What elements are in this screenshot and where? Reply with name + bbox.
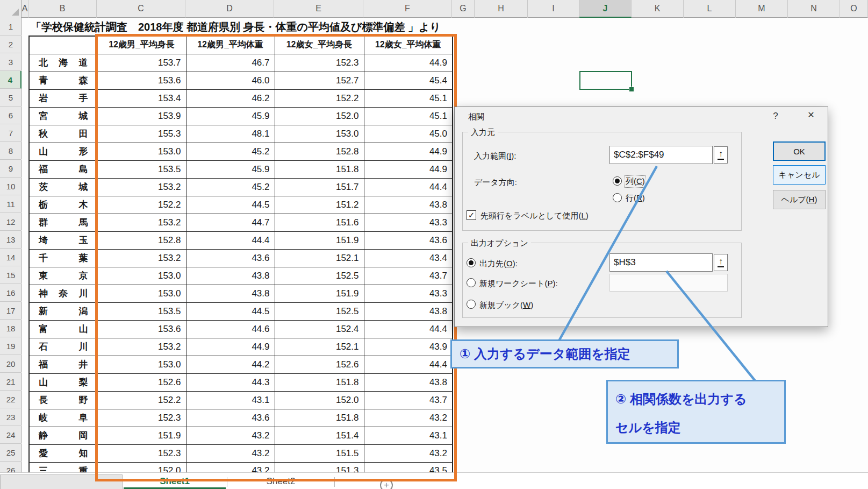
value-cell[interactable]: 151.8 xyxy=(275,160,364,178)
column-header-N[interactable]: N xyxy=(788,0,840,18)
value-cell[interactable]: 153.4 xyxy=(97,89,186,107)
sheet-tab-sheet2[interactable]: Sheet2 xyxy=(231,474,331,489)
prefecture-cell[interactable]: 山梨 xyxy=(29,373,97,391)
value-cell[interactable]: 152.1 xyxy=(275,249,364,267)
prefecture-cell[interactable]: 秋田 xyxy=(29,125,97,143)
value-cell[interactable]: 43.1 xyxy=(186,391,275,409)
value-cell[interactable]: 153.2 xyxy=(97,178,186,196)
value-cell[interactable]: 45.2 xyxy=(186,178,275,196)
value-cell[interactable]: 46.7 xyxy=(186,54,275,72)
value-cell[interactable]: 152.8 xyxy=(97,231,186,249)
value-cell[interactable]: 43.8 xyxy=(186,267,275,285)
first-row-labels-label[interactable]: 先頭行をラベルとして使用(L) xyxy=(480,211,589,221)
column-header-cell[interactable]: 12歳女_平均身長 xyxy=(275,36,364,54)
value-cell[interactable]: 152.5 xyxy=(275,267,364,285)
fill-handle[interactable] xyxy=(629,87,634,91)
prefecture-cell[interactable]: 長野 xyxy=(29,391,97,409)
radio-rows-label[interactable]: 行(R) xyxy=(626,193,645,203)
prefecture-cell[interactable]: 静岡 xyxy=(29,427,97,444)
value-cell[interactable]: 43.8 xyxy=(364,196,453,214)
value-cell[interactable]: 43.6 xyxy=(364,231,453,249)
value-cell[interactable]: 45.0 xyxy=(364,125,453,143)
value-cell[interactable]: 45.9 xyxy=(186,107,275,125)
row-header-4[interactable]: 4 xyxy=(0,71,21,89)
column-header-M[interactable]: M xyxy=(736,0,788,18)
row-header-12[interactable]: 12 xyxy=(0,213,21,231)
value-cell[interactable]: 152.2 xyxy=(97,196,186,214)
value-cell[interactable]: 43.4 xyxy=(364,249,453,267)
value-cell[interactable]: 46.0 xyxy=(186,72,275,89)
value-cell[interactable]: 44.2 xyxy=(186,356,275,373)
value-cell[interactable]: 45.9 xyxy=(186,160,275,178)
value-cell[interactable]: 43.2 xyxy=(186,444,275,462)
row-header-24[interactable]: 24 xyxy=(0,426,21,444)
prefecture-cell[interactable]: 宮城 xyxy=(29,107,97,125)
row-header-18[interactable]: 18 xyxy=(0,320,21,337)
prefecture-cell[interactable]: 東京 xyxy=(29,267,97,285)
prefecture-cell[interactable]: 富山 xyxy=(29,320,97,338)
value-cell[interactable]: 45.2 xyxy=(186,143,275,160)
value-cell[interactable]: 44.9 xyxy=(364,160,453,178)
value-cell[interactable]: 152.7 xyxy=(275,72,364,89)
value-cell[interactable]: 152.3 xyxy=(275,54,364,72)
column-header-cell[interactable]: 12歳男_平均体重 xyxy=(186,36,275,54)
value-cell[interactable]: 43.6 xyxy=(186,409,275,427)
value-cell[interactable]: 153.0 xyxy=(97,356,186,373)
sheet-tab-sheet1[interactable]: Sheet1 xyxy=(124,474,226,489)
value-cell[interactable]: 46.2 xyxy=(186,89,275,107)
dialog-help-icon[interactable]: ? xyxy=(770,111,781,123)
range-picker-button[interactable]: ↑ xyxy=(714,146,728,164)
value-cell[interactable]: 44.4 xyxy=(364,356,453,373)
prefecture-cell[interactable]: 神奈川 xyxy=(29,285,97,302)
value-cell[interactable]: 151.5 xyxy=(275,444,364,462)
prefecture-cell[interactable]: 石川 xyxy=(29,338,97,356)
value-cell[interactable]: 152.0 xyxy=(275,107,364,125)
row-header-13[interactable]: 13 xyxy=(0,231,21,249)
row-header-25[interactable]: 25 xyxy=(0,444,21,462)
value-cell[interactable]: 48.1 xyxy=(186,125,275,143)
value-cell[interactable]: 152.1 xyxy=(275,338,364,356)
value-cell[interactable]: 43.2 xyxy=(364,444,453,462)
value-cell[interactable]: 153.2 xyxy=(97,338,186,356)
row-header-20[interactable]: 20 xyxy=(0,355,21,373)
value-cell[interactable]: 151.9 xyxy=(275,285,364,302)
column-header-H[interactable]: H xyxy=(475,0,528,18)
prefecture-cell[interactable]: 栃木 xyxy=(29,196,97,214)
value-cell[interactable]: 43.8 xyxy=(364,373,453,391)
row-header-19[interactable]: 19 xyxy=(0,337,21,355)
value-cell[interactable]: 44.4 xyxy=(364,320,453,338)
value-cell[interactable]: 44.4 xyxy=(364,178,453,196)
prefecture-cell[interactable]: 青森 xyxy=(29,72,97,89)
value-cell[interactable]: 44.3 xyxy=(186,373,275,391)
prefecture-cell[interactable]: 新潟 xyxy=(29,302,97,320)
value-cell[interactable]: 151.2 xyxy=(275,196,364,214)
column-header-D[interactable]: D xyxy=(185,0,274,18)
value-cell[interactable]: 153.0 xyxy=(97,285,186,302)
value-cell[interactable]: 43.8 xyxy=(364,302,453,320)
prefecture-cell[interactable]: 埼玉 xyxy=(29,231,97,249)
active-cell-J4[interactable] xyxy=(579,71,632,90)
column-header-B[interactable]: B xyxy=(28,0,97,18)
radio-new-worksheet[interactable] xyxy=(467,278,476,287)
prefecture-cell[interactable]: 山形 xyxy=(29,143,97,160)
value-cell[interactable]: 153.2 xyxy=(97,249,186,267)
output-range-field[interactable]: $H$3 xyxy=(609,253,713,272)
value-cell[interactable]: 45.1 xyxy=(364,89,453,107)
value-cell[interactable]: 152.6 xyxy=(97,373,186,391)
dialog-close-icon[interactable]: ✕ xyxy=(803,110,819,123)
value-cell[interactable]: 152.2 xyxy=(97,391,186,409)
row-header-16[interactable]: 16 xyxy=(0,284,21,302)
value-cell[interactable]: 152.5 xyxy=(275,302,364,320)
row-header-1[interactable]: 1 xyxy=(0,18,21,36)
cancel-button[interactable]: キャンセル xyxy=(773,165,826,185)
value-cell[interactable]: 151.8 xyxy=(275,409,364,427)
value-cell[interactable]: 153.0 xyxy=(97,143,186,160)
row-header-10[interactable]: 10 xyxy=(0,178,21,195)
column-header-O[interactable]: O xyxy=(840,0,868,18)
row-header-17[interactable]: 17 xyxy=(0,302,21,320)
value-cell[interactable]: 43.1 xyxy=(364,427,453,444)
column-header-E[interactable]: E xyxy=(274,0,363,18)
value-cell[interactable]: 43.8 xyxy=(186,285,275,302)
column-header-G[interactable]: G xyxy=(452,0,475,18)
value-cell[interactable]: 153.6 xyxy=(97,72,186,89)
